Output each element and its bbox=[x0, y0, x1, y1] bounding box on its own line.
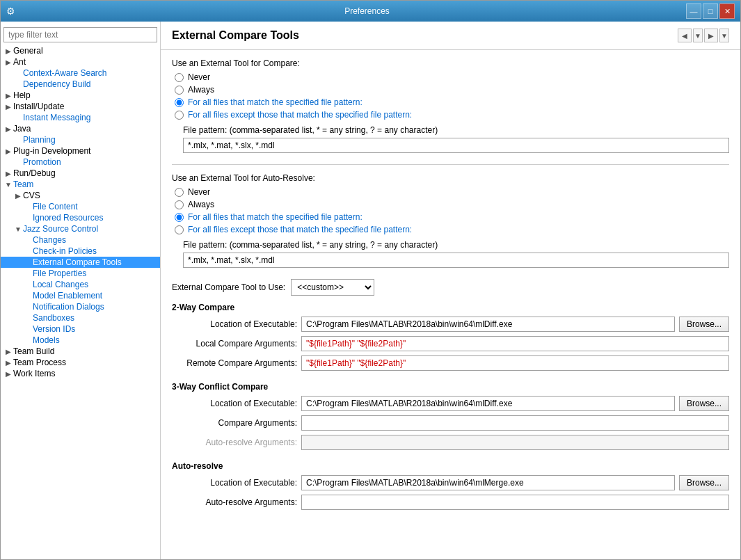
sidebar-item-dependency-build[interactable]: Dependency Build bbox=[1, 79, 160, 90]
tree-toggle-team-build[interactable]: ▶ bbox=[3, 348, 13, 355]
sidebar-item-team[interactable]: ▼Team bbox=[1, 179, 160, 190]
radio-except2-input[interactable] bbox=[175, 225, 184, 234]
panel-header: External Compare Tools ◀ ▼ ▶ ▼ bbox=[161, 22, 740, 50]
radio-always1-input[interactable] bbox=[175, 86, 184, 95]
auto-resolve-args-input[interactable] bbox=[301, 435, 729, 450]
auto-resolve-section-title: Auto-resolve bbox=[172, 461, 729, 471]
radio-never2: Never bbox=[175, 187, 729, 197]
tool-to-use-select[interactable]: <<custom>> bbox=[291, 279, 374, 296]
exe-input-2way[interactable] bbox=[301, 317, 675, 332]
tree-toggle-general[interactable]: ▶ bbox=[3, 47, 13, 55]
sidebar-item-planning[interactable]: Planning bbox=[1, 134, 160, 145]
browse-button-3way[interactable]: Browse... bbox=[679, 396, 729, 411]
radio-never2-input[interactable] bbox=[175, 188, 184, 197]
radio-pattern2-input[interactable] bbox=[175, 213, 184, 222]
tree-toggle-ant[interactable]: ▶ bbox=[3, 58, 13, 66]
tree-toggle-java[interactable]: ▶ bbox=[3, 125, 13, 133]
browse-button-2way[interactable]: Browse... bbox=[679, 317, 729, 332]
sidebar-item-changes[interactable]: Changes bbox=[1, 234, 160, 246]
radio-except1-label: For all files except those that match th… bbox=[188, 110, 412, 120]
local-args-input[interactable] bbox=[301, 336, 729, 351]
sidebar-item-external-compare-tools[interactable]: External Compare Tools bbox=[1, 257, 160, 268]
auto-radio-group: Never Always For all files that match th… bbox=[175, 187, 729, 234]
tree-toggle-cvs[interactable]: ▶ bbox=[13, 192, 23, 200]
sidebar-item-help[interactable]: ▶Help bbox=[1, 90, 160, 101]
compare-args-label: Compare Arguments: bbox=[172, 418, 297, 428]
radio-always2-input[interactable] bbox=[175, 200, 184, 209]
radio-always1-label: Always bbox=[188, 85, 214, 95]
sidebar-item-team-process[interactable]: ▶Team Process bbox=[1, 357, 160, 368]
nav-forward-dropdown[interactable]: ▼ bbox=[719, 29, 729, 42]
sidebar-item-file-properties[interactable]: File Properties bbox=[1, 268, 160, 279]
file-pattern-input1[interactable] bbox=[183, 138, 729, 153]
radio-never1-input[interactable] bbox=[175, 73, 184, 82]
sidebar-item-label-ignored-resources: Ignored Resources bbox=[33, 213, 103, 223]
remote-args-input[interactable] bbox=[301, 355, 729, 371]
radio-never1: Never bbox=[175, 72, 729, 82]
tree-toggle-run-debug[interactable]: ▶ bbox=[3, 170, 13, 177]
sidebar-item-ignored-resources[interactable]: Ignored Resources bbox=[1, 212, 160, 223]
radio-pattern2-label: For all files that match the specified f… bbox=[188, 212, 362, 222]
remote-args-label: Remote Compare Arguments: bbox=[172, 358, 297, 368]
sidebar-item-instant-messaging[interactable]: Instant Messaging bbox=[1, 112, 160, 123]
sidebar-item-version-ids[interactable]: Version IDs bbox=[1, 323, 160, 335]
sidebar-item-label-file-properties: File Properties bbox=[33, 269, 86, 278]
exe-input-3way[interactable] bbox=[301, 396, 675, 411]
radio-never2-label: Never bbox=[188, 187, 210, 197]
sidebar-item-check-in-policies[interactable]: Check-in Policies bbox=[1, 246, 160, 257]
sidebar-item-label-team: Team bbox=[13, 179, 33, 189]
sidebar-item-label-models: Models bbox=[33, 335, 60, 345]
radio-pattern1-label: For all files that match the specified f… bbox=[188, 97, 362, 107]
two-way-title: 2-Way Compare bbox=[172, 303, 729, 312]
browse-button-auto[interactable]: Browse... bbox=[679, 475, 729, 490]
sidebar-item-work-items[interactable]: ▶Work Items bbox=[1, 368, 160, 379]
radio-except1-input[interactable] bbox=[175, 111, 184, 120]
sidebar-item-file-content[interactable]: File Content bbox=[1, 201, 160, 212]
radio-pattern1-input[interactable] bbox=[175, 98, 184, 107]
exe-input-auto[interactable] bbox=[301, 475, 675, 490]
filter-input[interactable] bbox=[3, 27, 157, 42]
tree-toggle-help[interactable]: ▶ bbox=[3, 92, 13, 99]
sidebar-item-model-enablement[interactable]: Model Enablement bbox=[1, 290, 160, 301]
close-button[interactable]: ✕ bbox=[719, 3, 735, 19]
preferences-window: ⚙ Preferences — □ ✕ ▶General▶AntContext-… bbox=[0, 0, 741, 560]
tree-toggle-jazz-source-control[interactable]: ▼ bbox=[13, 225, 23, 233]
sidebar-item-jazz-source-control[interactable]: ▼Jazz Source Control bbox=[1, 223, 160, 234]
sidebar-item-context-aware[interactable]: Context-Aware Search bbox=[1, 67, 160, 79]
file-pattern-input2[interactable] bbox=[183, 253, 729, 268]
title-bar: ⚙ Preferences — □ ✕ bbox=[1, 1, 740, 22]
nav-back-dropdown[interactable]: ▼ bbox=[693, 29, 703, 42]
sidebar-item-install-update[interactable]: ▶Install/Update bbox=[1, 101, 160, 112]
nav-forward-button[interactable]: ▶ bbox=[704, 29, 718, 42]
sidebar-item-label-help: Help bbox=[13, 90, 31, 100]
sidebar-item-plug-in-development[interactable]: ▶Plug-in Development bbox=[1, 145, 160, 157]
auto-resolve-args-label: Auto-resolve Arguments: bbox=[172, 438, 297, 447]
sidebar-item-label-promotion: Promotion bbox=[23, 157, 61, 167]
sidebar-item-models[interactable]: Models bbox=[1, 335, 160, 346]
radio-never1-label: Never bbox=[188, 72, 210, 82]
radio-always2-label: Always bbox=[188, 200, 214, 209]
sidebar-item-sandboxes[interactable]: Sandboxes bbox=[1, 312, 160, 323]
tree-toggle-plug-in-development[interactable]: ▶ bbox=[3, 147, 13, 155]
tree-toggle-install-update[interactable]: ▶ bbox=[3, 103, 13, 111]
tree-toggle-work-items[interactable]: ▶ bbox=[3, 370, 13, 378]
compare-section: Use an External Tool for Compare: Never … bbox=[172, 58, 729, 153]
sidebar-item-promotion[interactable]: Promotion bbox=[1, 157, 160, 168]
sidebar-item-local-changes[interactable]: Local Changes bbox=[1, 279, 160, 290]
sidebar-item-java[interactable]: ▶Java bbox=[1, 123, 160, 134]
sidebar-item-ant[interactable]: ▶Ant bbox=[1, 56, 160, 67]
sidebar-item-general[interactable]: ▶General bbox=[1, 45, 160, 56]
sidebar-item-cvs[interactable]: ▶CVS bbox=[1, 190, 160, 201]
nav-back-button[interactable]: ◀ bbox=[678, 29, 692, 42]
sidebar-item-run-debug[interactable]: ▶Run/Debug bbox=[1, 168, 160, 179]
restore-button[interactable]: □ bbox=[703, 3, 718, 19]
auto-resolve-args2-input[interactable] bbox=[301, 495, 729, 510]
sidebar-item-team-build[interactable]: ▶Team Build bbox=[1, 346, 160, 357]
compare-args-input[interactable] bbox=[301, 415, 729, 431]
main-content: ▶General▶AntContext-Aware SearchDependen… bbox=[1, 22, 740, 559]
tree-toggle-team-process[interactable]: ▶ bbox=[3, 359, 13, 367]
sidebar-item-label-local-changes: Local Changes bbox=[33, 280, 88, 289]
tree-toggle-team[interactable]: ▼ bbox=[3, 181, 13, 189]
sidebar-item-notification-dialogs[interactable]: Notification Dialogs bbox=[1, 301, 160, 312]
minimize-button[interactable]: — bbox=[686, 3, 701, 19]
